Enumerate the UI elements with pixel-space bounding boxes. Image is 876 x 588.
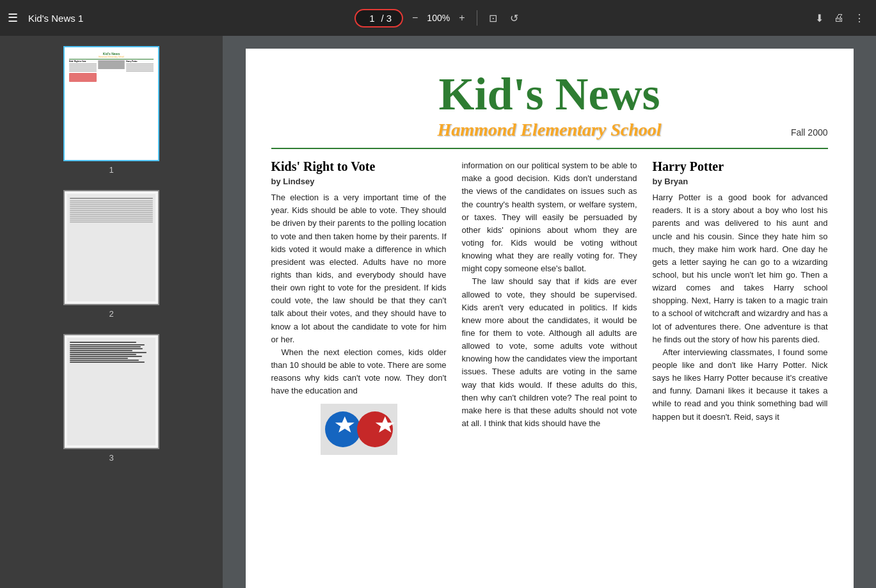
zoom-level: 100% (427, 13, 450, 23)
page-separator: / (381, 13, 383, 24)
document-viewer[interactable]: Kid's News Hammond Elementary School Fal… (223, 36, 876, 588)
page-2-label: 2 (109, 309, 113, 319)
article-harry-potter: Harry Potter by Bryan Harry Potter is a … (653, 159, 828, 455)
download-button[interactable]: ⬇ (811, 10, 827, 27)
page-thumbnail-2 (63, 190, 159, 305)
document-divider (271, 148, 828, 149)
menu-icon[interactable]: ☰ (8, 11, 18, 25)
article-1-image-svg (321, 404, 397, 455)
separator (477, 10, 477, 26)
sidebar-item-page-2[interactable]: 2 (63, 190, 159, 319)
article-2-para-2: The law should say that if kids are ever… (462, 275, 637, 430)
article-3-title: Harry Potter (653, 159, 828, 174)
page-thumbnail-3 (63, 334, 159, 449)
doc-title: Kid's News 1 (28, 13, 83, 24)
document-header: Kid's News Hammond Elementary School Fal… (271, 69, 828, 140)
article-kids-right-to-vote-cont: information on our political system to b… (462, 159, 637, 455)
current-page-input[interactable] (365, 13, 378, 24)
article-1-para-2: When the next election comes, kids older… (271, 346, 447, 398)
article-3-para-1: Harry Potter is a good book for advanced… (653, 191, 828, 346)
toolbar: ☰ Kid's News 1 / 3 − 100% + ⊡ ↺ ⬇ 🖨 ⋮ (0, 0, 876, 36)
zoom-out-button[interactable]: − (408, 10, 422, 26)
document-page: Kid's News Hammond Elementary School Fal… (246, 49, 854, 588)
article-1-byline: by Lindsey (271, 177, 447, 186)
toolbar-right: ⬇ 🖨 ⋮ (811, 10, 868, 27)
rotate-button[interactable]: ↺ (506, 10, 522, 27)
article-kids-right-to-vote: Kids' Right to Vote by Lindsey The elect… (271, 159, 447, 455)
total-pages: 3 (386, 13, 392, 24)
article-3-para-2: After interviewing classmates, I found s… (653, 346, 828, 424)
article-1-image (321, 404, 397, 455)
page-thumbnail-1: Kid's News Hammond Elementary School Kid… (63, 46, 159, 161)
fit-page-button[interactable]: ⊡ (485, 10, 501, 27)
more-options-button[interactable]: ⋮ (850, 10, 868, 27)
sidebar: Kid's News Hammond Elementary School Kid… (0, 36, 223, 588)
document-columns: Kids' Right to Vote by Lindsey The elect… (271, 159, 828, 455)
zoom-in-button[interactable]: + (455, 10, 468, 26)
sidebar-item-page-1[interactable]: Kid's News Hammond Elementary School Kid… (63, 46, 159, 175)
page-indicator: / 3 (354, 9, 403, 28)
document-subtitle: Hammond Elementary School (271, 120, 828, 140)
sidebar-item-page-3[interactable]: 3 (63, 334, 159, 463)
document-date: Fall 2000 (791, 127, 828, 138)
article-3-byline: by Bryan (653, 177, 828, 186)
page-3-label: 3 (109, 453, 113, 463)
page-1-label: 1 (109, 165, 113, 175)
print-button[interactable]: 🖨 (830, 10, 848, 26)
document-main-title: Kid's News (271, 69, 828, 120)
main-content: Kid's News Hammond Elementary School Kid… (0, 36, 876, 588)
article-2-para-1: information on our political system to b… (462, 159, 637, 275)
page-navigation: / 3 − 100% + ⊡ ↺ (354, 9, 522, 28)
article-1-para-1: The election is a very important time of… (271, 191, 447, 346)
article-1-title: Kids' Right to Vote (271, 159, 447, 174)
